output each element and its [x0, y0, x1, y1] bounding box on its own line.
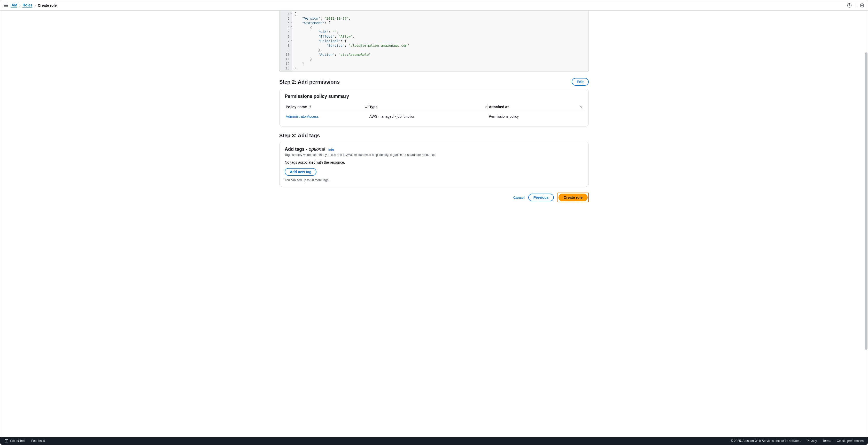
- step-3-header: Step 3: Add tags: [279, 133, 589, 139]
- tags-info-link[interactable]: Info: [328, 148, 334, 151]
- settings-hex-icon[interactable]: [860, 3, 865, 8]
- policy-type: AWS managed - job function: [368, 111, 488, 122]
- sort-icon: ▽: [485, 106, 487, 108]
- trust-policy-editor[interactable]: 12345678910111213 { "Version": "2012-10-…: [279, 10, 589, 72]
- main-content: 12345678910111213 { "Version": "2012-10-…: [0, 10, 868, 437]
- tags-description: Tags are key-value pairs that you can ad…: [285, 153, 583, 157]
- chevron-right-icon: ›: [34, 3, 36, 7]
- permissions-table: Policy name ▲ Type ▽: [285, 103, 583, 122]
- hamburger-menu-icon[interactable]: [3, 3, 8, 8]
- policy-attached-as: Permissions policy: [488, 111, 583, 122]
- tags-heading: Add tags - optional Info: [285, 147, 583, 152]
- sort-icon: ▽: [580, 106, 582, 108]
- col-policy-name[interactable]: Policy name ▲: [286, 105, 367, 109]
- policy-name-link[interactable]: AdministratorAccess: [286, 114, 319, 118]
- breadcrumb-current: Create role: [38, 3, 57, 7]
- svg-point-2: [862, 5, 863, 6]
- terms-link[interactable]: Terms: [823, 439, 831, 443]
- permissions-summary-title: Permissions policy summary: [285, 94, 583, 99]
- chevron-right-icon: ›: [20, 3, 21, 7]
- create-role-button[interactable]: Create role: [559, 194, 588, 201]
- previous-button[interactable]: Previous: [528, 194, 554, 201]
- copyright-text: © 2025, Amazon Web Services, Inc. or its…: [731, 439, 801, 443]
- tags-limit-hint: You can add up to 50 more tags.: [285, 178, 583, 182]
- breadcrumb-roles[interactable]: Roles: [23, 3, 32, 7]
- help-icon[interactable]: [847, 3, 852, 8]
- tags-panel: Add tags - optional Info Tags are key-va…: [279, 142, 589, 187]
- add-new-tag-button[interactable]: Add new tag: [285, 168, 316, 176]
- breadcrumb-iam[interactable]: IAM: [10, 3, 17, 7]
- step-2-title: Step 2: Add permissions: [279, 79, 340, 85]
- col-attached-as[interactable]: Attached as ▽: [489, 105, 582, 109]
- step-3-title: Step 3: Add tags: [279, 133, 320, 139]
- create-role-highlight: Create role: [557, 193, 589, 202]
- wizard-actions: Cancel Previous Create role: [279, 193, 589, 202]
- cloudshell-button[interactable]: CloudShell: [4, 439, 25, 443]
- privacy-link[interactable]: Privacy: [807, 439, 817, 443]
- permissions-panel: Permissions policy summary Policy name ▲: [279, 89, 589, 127]
- cookie-prefs-link[interactable]: Cookie preferences: [837, 439, 864, 443]
- bottom-bar: CloudShell Feedback © 2025, Amazon Web S…: [0, 437, 868, 445]
- top-bar: IAM › Roles › Create role: [0, 0, 868, 10]
- tags-empty-text: No tags associated with the resource.: [285, 160, 583, 164]
- sort-asc-icon: ▲: [365, 106, 367, 108]
- feedback-link[interactable]: Feedback: [31, 439, 45, 443]
- col-type[interactable]: Type ▽: [369, 105, 487, 109]
- edit-permissions-button[interactable]: Edit: [572, 78, 589, 86]
- step-2-header: Step 2: Add permissions Edit: [279, 78, 589, 86]
- cancel-button[interactable]: Cancel: [513, 196, 525, 200]
- external-link-icon: [308, 105, 312, 108]
- table-row: AdministratorAccessAWS managed - job fun…: [285, 111, 583, 122]
- breadcrumb: IAM › Roles › Create role: [10, 3, 57, 7]
- divider: [856, 3, 856, 8]
